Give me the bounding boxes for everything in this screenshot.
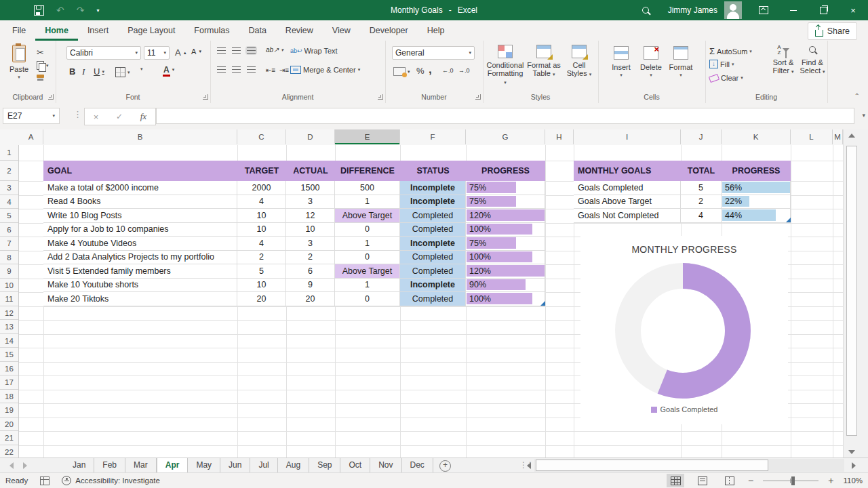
copy-button[interactable]: ▾ [37, 61, 49, 70]
cell-progress[interactable]: 75% [466, 195, 545, 209]
column-header-B[interactable]: B [43, 129, 237, 144]
macro-record-icon[interactable] [40, 476, 50, 485]
cell-status[interactable]: Incomplete [400, 181, 466, 195]
scroll-up-icon[interactable] [848, 134, 855, 138]
summary-cell-label[interactable]: Goals Above Target [574, 195, 681, 209]
insert-cells-button[interactable]: Insert ▾ [608, 46, 635, 79]
fill-button[interactable]: ↓Fill▾ [709, 60, 734, 68]
column-header-C[interactable]: C [237, 129, 286, 144]
sheet-tab-jul[interactable]: Jul [250, 458, 277, 473]
clear-button[interactable]: Clear▾ [709, 74, 743, 82]
font-color-button[interactable]: A ▾ [163, 65, 174, 75]
cell-target[interactable]: 4 [237, 195, 286, 209]
autosum-button[interactable]: ΣAutoSum▾ [709, 46, 752, 56]
cell-progress[interactable]: 120% [466, 264, 545, 279]
main-table-header-progress[interactable]: PROGRESS [466, 161, 545, 181]
decrease-decimal-button[interactable]: →.0 [458, 67, 470, 74]
cut-button[interactable]: ✂ [37, 47, 44, 58]
row-header-17[interactable]: 17 [0, 375, 18, 390]
bold-button[interactable]: B [69, 66, 75, 77]
cell-difference[interactable]: 500 [335, 181, 400, 195]
cell-actual[interactable]: 12 [286, 209, 335, 223]
cell-goal[interactable]: Make a total of $2000 income [43, 181, 237, 195]
row-header-19[interactable]: 19 [0, 403, 18, 418]
summary-cell-progress[interactable]: 56% [722, 181, 791, 195]
row-header-12[interactable]: 12 [0, 306, 18, 321]
cell-progress[interactable]: 75% [466, 181, 545, 195]
decrease-indent-button[interactable]: ⇤≡ [266, 66, 275, 74]
row-header-14[interactable]: 14 [0, 334, 18, 348]
cell-target[interactable]: 10 [237, 223, 286, 237]
conditional-formatting-button[interactable]: ConditionalFormatting ▾ [486, 45, 525, 87]
cell-target[interactable]: 2000 [237, 181, 286, 195]
cell-goal[interactable]: Make 10 Youtube shorts [43, 279, 237, 293]
menu-tab-data[interactable]: Data [239, 20, 275, 41]
menu-tab-file[interactable]: File [3, 20, 35, 41]
paste-button[interactable]: Paste ▾ [4, 45, 34, 81]
cell-status[interactable]: Completed [400, 251, 466, 265]
row-header-9[interactable]: 9 [0, 264, 18, 279]
collapse-ribbon-icon[interactable]: ⌃ [854, 92, 860, 100]
previous-sheet-icon[interactable] [9, 462, 14, 469]
row-header-6[interactable]: 6 [0, 223, 18, 237]
align-center-button[interactable] [232, 66, 241, 73]
cell-progress[interactable]: 100% [466, 251, 545, 265]
sheet-tab-sep[interactable]: Sep [309, 458, 340, 473]
minimize-icon[interactable] [778, 0, 808, 20]
merge-center-button[interactable]: Merge & Center▾ [290, 66, 360, 74]
row-header-18[interactable]: 18 [0, 390, 18, 404]
row-header-1[interactable]: 1 [0, 145, 18, 161]
next-sheet-icon[interactable] [23, 462, 27, 469]
cell-actual[interactable]: 2 [286, 251, 335, 265]
column-header-J[interactable]: J [681, 129, 722, 144]
borders-button[interactable]: ▾ [115, 67, 130, 77]
cell-difference[interactable]: 1 [335, 279, 400, 293]
summary-table-resize-handle[interactable] [786, 218, 791, 222]
cell-progress[interactable]: 90% [466, 279, 545, 293]
summary-cell-progress[interactable]: 44% [722, 209, 791, 223]
align-middle-button[interactable] [232, 47, 241, 54]
row-header-20[interactable]: 20 [0, 418, 18, 432]
cell-status[interactable]: Completed [400, 292, 466, 306]
italic-button[interactable]: I [82, 66, 85, 77]
clipboard-dialog-launcher[interactable] [48, 94, 54, 100]
cell-status[interactable]: Incomplete [400, 237, 466, 251]
accessibility-status[interactable]: Accessibility: Investigate [62, 476, 160, 485]
formula-input[interactable] [156, 108, 854, 124]
main-table-header-actual[interactable]: ACTUAL [286, 161, 335, 181]
zoom-in-button[interactable]: + [828, 475, 833, 486]
column-header-D[interactable]: D [286, 129, 335, 144]
column-header-H[interactable]: H [545, 129, 574, 144]
scroll-right-icon[interactable] [852, 462, 856, 469]
column-header-I[interactable]: I [574, 129, 681, 144]
monthly-progress-chart[interactable]: MONTHLY PROGRESS Goals Completed [580, 236, 788, 424]
cell-progress[interactable]: 100% [466, 292, 545, 306]
sort-filter-button[interactable]: AZ Sort &Filter ▾ [769, 45, 797, 76]
sheet-tab-feb[interactable]: Feb [94, 458, 125, 473]
cell-difference[interactable]: 1 [335, 237, 400, 251]
sheet-tab-aug[interactable]: Aug [278, 458, 309, 473]
row-header-16[interactable]: 16 [0, 362, 18, 376]
align-left-button[interactable] [217, 66, 226, 73]
comma-style-button[interactable]: , [429, 63, 432, 77]
normal-view-button[interactable] [667, 474, 684, 487]
align-top-button[interactable] [217, 47, 226, 54]
cell-target[interactable]: 4 [237, 237, 286, 251]
cell-goal[interactable]: Read 4 Books [43, 195, 237, 209]
cell-actual[interactable]: 1500 [286, 181, 335, 195]
menu-tab-home[interactable]: Home [35, 20, 78, 41]
zoom-slider-thumb[interactable] [791, 476, 795, 485]
format-as-table-button[interactable]: Format asTable ▾ [526, 45, 561, 79]
cell-status[interactable]: Incomplete [400, 195, 466, 209]
cell-actual[interactable]: 6 [286, 264, 335, 279]
format-painter-button[interactable] [37, 75, 44, 78]
vertical-scroll-thumb[interactable] [846, 146, 857, 436]
cancel-icon[interactable]: × [94, 112, 99, 122]
cell-target[interactable]: 20 [237, 292, 286, 306]
cell-target[interactable]: 2 [237, 251, 286, 265]
zoom-out-button[interactable]: − [748, 475, 753, 486]
number-format-select[interactable]: General▾ [392, 46, 475, 60]
cell-difference[interactable]: 1 [335, 195, 400, 209]
column-header-G[interactable]: G [466, 129, 545, 144]
sheet-tab-apr[interactable]: Apr [157, 458, 189, 473]
